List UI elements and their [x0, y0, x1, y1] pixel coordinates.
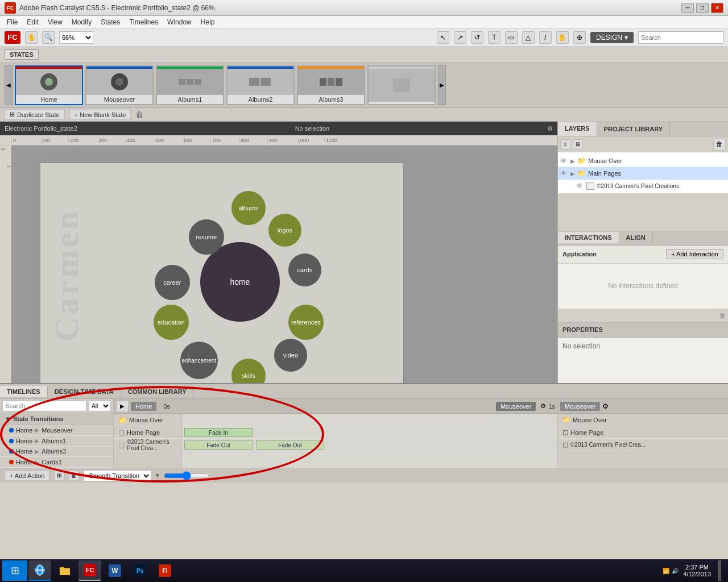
thumb-scroll-right[interactable]: ▶ [438, 65, 446, 105]
canvas-settings-icon[interactable]: ⚙ [547, 125, 553, 132]
track-2-container[interactable]: Fade In [182, 426, 557, 439]
zoom-tool[interactable]: 🔍 [42, 31, 55, 44]
layer-mouse-over[interactable]: 👁 ▶ 📁 Mouse Over [558, 155, 728, 167]
layer-expand-icon2[interactable]: ▶ [570, 171, 575, 177]
minimize-button[interactable]: ─ [681, 3, 694, 13]
thumb-scroll-left[interactable]: ◀ [5, 65, 13, 105]
design-canvas[interactable]: Carmen home albums logos resume cards [11, 146, 557, 383]
track-3-container[interactable]: Fade Out Fade Out [182, 439, 557, 451]
start-button[interactable]: ⊞ [2, 560, 27, 581]
taskbar-word[interactable]: W [104, 560, 126, 581]
design-mode-button[interactable]: DESIGN ▾ [590, 32, 634, 43]
state-thumb-home[interactable]: Home [15, 65, 83, 105]
layers-tab[interactable]: LAYERS [558, 122, 597, 136]
state-thumb-extra[interactable] [367, 65, 436, 105]
state-thumb-albums3[interactable]: Albums3 [297, 65, 365, 105]
home-circle[interactable]: home [200, 242, 280, 322]
menu-edit[interactable]: Edit [22, 17, 43, 27]
interactions-delete-icon[interactable]: 🗑 [719, 312, 726, 319]
albums-circle[interactable]: albums [231, 191, 266, 225]
canvas-header: Electronic Portfolio_state2 No selection… [0, 122, 557, 135]
transition-arrow-icon[interactable]: ▾ [156, 472, 159, 479]
timeline-settings-icon[interactable]: ⊞ [54, 471, 64, 481]
menu-window[interactable]: Window [163, 17, 196, 27]
layers-tabs: LAYERS PROJECT LIBRARY [558, 122, 728, 136]
show-desktop-button[interactable] [718, 560, 721, 581]
menu-modify[interactable]: Modify [67, 17, 96, 27]
taskbar-flash-catalyst[interactable]: FC [78, 560, 101, 581]
zoom-select[interactable]: 66% 50% 100% 150% [59, 31, 93, 44]
taskbar-right: 📶 🔊 2:37 PM 4/12/2013 [663, 560, 726, 581]
rect-tool[interactable]: ▭ [505, 31, 518, 44]
project-library-tab[interactable]: PROJECT LIBRARY [597, 122, 671, 136]
timeline-slider[interactable] [164, 471, 209, 480]
taskbar-flash[interactable]: Fl [154, 560, 176, 581]
menu-states[interactable]: States [96, 17, 125, 27]
hand-tool[interactable]: ✋ [25, 31, 38, 44]
add-action-button[interactable]: + Add Action [5, 471, 49, 481]
track-home-icon: ▢ [118, 429, 125, 436]
layer-eye-icon2[interactable]: 👁 [560, 169, 568, 177]
video-circle[interactable]: video [274, 339, 307, 372]
taskbar-folder[interactable] [53, 560, 76, 581]
layers-tool1[interactable]: ≡ [560, 139, 570, 149]
layer-eye-icon[interactable]: 👁 [560, 157, 568, 165]
layers-tool2[interactable]: ⊞ [573, 139, 583, 149]
new-blank-state-button[interactable]: + New Blank State [69, 110, 131, 120]
resume-circle[interactable]: resume [189, 219, 224, 255]
transition-select[interactable]: Smooth Transition No Transition [84, 470, 151, 481]
timeline-search-input[interactable] [2, 400, 86, 411]
add-interaction-button[interactable]: + Add Interaction [666, 249, 723, 259]
menu-bar: File Edit View Modify States Timelines W… [0, 16, 728, 28]
layer-main-pages[interactable]: 👁 ▶ 📁 Main Pages [558, 167, 728, 180]
layer-eye-icon3[interactable]: 👁 [576, 182, 584, 190]
state-thumb-albums2[interactable]: Albums2 [226, 65, 295, 105]
maximize-button[interactable]: □ [696, 3, 709, 13]
tab-design-time-data[interactable]: DESIGN-TIME DATA [48, 386, 121, 397]
close-button[interactable]: ✕ [711, 3, 723, 13]
fade-out-clip-2[interactable]: Fade Out [256, 440, 324, 450]
state-thumb-mouseover[interactable]: Mouseover [85, 65, 154, 105]
fade-in-clip[interactable]: Fade In [184, 428, 253, 437]
menu-timelines[interactable]: Timelines [125, 17, 163, 27]
career-circle[interactable]: career [155, 265, 190, 300]
zoom-tool2[interactable]: ⊕ [573, 31, 586, 44]
enhancement-circle[interactable]: enhancement [180, 342, 218, 379]
taskbar-explorer[interactable] [28, 560, 51, 581]
logos-circle[interactable]: logos [268, 214, 301, 247]
skills-circle[interactable]: skills [231, 359, 266, 383]
line-tool[interactable]: / [539, 31, 552, 44]
timeline-delete-icon[interactable]: 🗑 [69, 471, 79, 481]
layer-copyright[interactable]: 👁 ©2013 Carmen's Pixel Creations [558, 180, 728, 192]
layer-main-pages-label: Main Pages [588, 170, 621, 177]
text-tool[interactable]: T [488, 31, 500, 44]
state-thumb-albums1[interactable]: Albums1 [156, 65, 224, 105]
direct-select-tool[interactable]: ↗ [454, 31, 466, 44]
layer-expand-icon[interactable]: ▶ [570, 158, 575, 164]
menu-view[interactable]: View [43, 17, 67, 27]
timeline-state-expand[interactable]: ▼ [5, 415, 11, 422]
row-arrow-3: ▶ [35, 459, 39, 465]
triangle-tool[interactable]: △ [522, 31, 535, 44]
search-input[interactable] [638, 31, 723, 44]
select-tool[interactable]: ↖ [437, 31, 449, 44]
tl-right-row-0: 📁 Mouse Over [558, 414, 728, 426]
timeline-filter-select[interactable]: All [89, 400, 111, 411]
duplicate-state-button[interactable]: ⊞ Duplicate State [5, 109, 65, 120]
interactions-tab[interactable]: INTERACTIONS [558, 232, 619, 243]
references-circle[interactable]: references [288, 305, 324, 340]
delete-state-button[interactable]: 🗑 [135, 110, 143, 119]
taskbar-photoshop[interactable]: Ps [129, 560, 151, 581]
menu-file[interactable]: File [2, 17, 22, 27]
timeline-play-button[interactable]: ▶ [116, 401, 129, 412]
education-circle[interactable]: education [154, 305, 189, 340]
cards-circle[interactable]: cards [288, 253, 321, 286]
pan-tool[interactable]: ✋ [556, 31, 569, 44]
fade-out-clip-1[interactable]: Fade Out [184, 440, 253, 450]
undo-tool[interactable]: ↺ [471, 31, 483, 44]
tab-common-library[interactable]: COMMON LIBRARY [121, 386, 194, 397]
menu-help[interactable]: Help [196, 17, 220, 27]
align-tab[interactable]: ALIGN [619, 232, 653, 243]
tab-timelines[interactable]: TIMELINES [0, 386, 48, 397]
layers-delete[interactable]: 🗑 [713, 138, 726, 151]
